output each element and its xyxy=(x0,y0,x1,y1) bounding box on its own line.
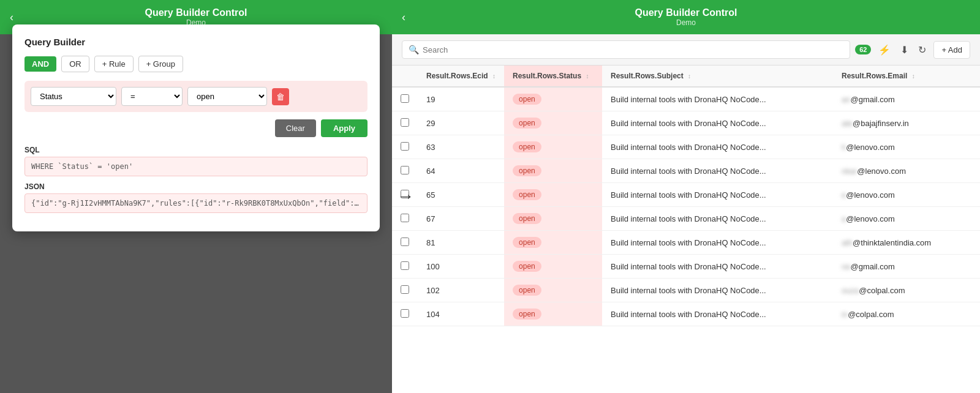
logic-row: AND OR + Rule + Group xyxy=(24,56,368,72)
table-row: 100 open Build internal tools with Drona… xyxy=(392,255,980,279)
row-email: ouza@colpal.com xyxy=(833,279,980,302)
count-badge: 62 xyxy=(855,45,871,54)
row-ecid: 19 xyxy=(418,87,504,111)
add-rule-button[interactable]: + Rule xyxy=(94,56,134,72)
row-subject: Build internal tools with DronaHQ NoCode… xyxy=(602,87,833,111)
col-email-header: Result.Rows.Email ↕ xyxy=(833,66,980,87)
row-checkbox[interactable] xyxy=(401,309,409,318)
email-domain: @gmail.com xyxy=(850,95,894,104)
email-domain: @thinktalentindia.com xyxy=(853,238,931,247)
status-badge: open xyxy=(513,118,541,129)
col-status-header: Result.Rows.Status ↕ xyxy=(504,66,602,87)
apply-button[interactable]: Apply xyxy=(321,119,368,137)
rule-row: Status = open 🗑 xyxy=(24,81,368,112)
row-email: a@lenovo.com xyxy=(833,207,980,231)
row-subject: Build internal tools with DronaHQ NoCode… xyxy=(602,111,833,135)
sql-value: WHERE `Status` = 'open' xyxy=(24,157,368,176)
table-row: 104 open Build internal tools with Drona… xyxy=(392,302,980,326)
row-checkbox-cell[interactable] xyxy=(392,135,418,159)
status-badge: open xyxy=(513,94,541,105)
refresh-icon-button[interactable]: ↻ xyxy=(916,42,929,58)
row-checkbox-cell[interactable] xyxy=(392,279,418,302)
right-title: Query Builder Control xyxy=(635,7,737,18)
table-row: 63 open Build internal tools with DronaH… xyxy=(392,135,980,159)
row-subject: Build internal tools with DronaHQ NoCode… xyxy=(602,135,833,159)
row-ecid: 64 xyxy=(418,159,504,183)
row-email: ath@thinktalentindia.com xyxy=(833,231,980,255)
search-input[interactable] xyxy=(423,45,843,54)
row-checkbox[interactable] xyxy=(401,94,409,103)
row-status: open xyxy=(504,87,602,111)
col-ecid-header: Result.Rows.Ecid ↕ xyxy=(418,66,504,87)
row-checkbox[interactable] xyxy=(401,214,409,222)
add-group-button[interactable]: + Group xyxy=(138,56,183,72)
status-badge: open xyxy=(513,141,541,152)
right-back-button[interactable]: ‹ xyxy=(402,11,405,24)
json-label: JSON xyxy=(24,182,368,191)
row-status: open xyxy=(504,159,602,183)
row-checkbox[interactable] xyxy=(401,285,409,294)
row-email: h@lenovo.com xyxy=(833,135,980,159)
sql-section: SQL WHERE `Status` = 'open' xyxy=(24,146,368,176)
json-value: {"id":"g-Rj1I2vHMMTAbNa9K7","rules":[{"i… xyxy=(24,193,368,213)
row-subject: Build internal tools with DronaHQ NoCode… xyxy=(602,159,833,183)
row-email: an@gmail.com xyxy=(833,87,980,111)
status-badge: open xyxy=(513,309,541,320)
row-checkbox-cell[interactable] xyxy=(392,255,418,279)
row-subject: Build internal tools with DronaHQ NoCode… xyxy=(602,231,833,255)
row-checkbox-cell[interactable] xyxy=(392,231,418,255)
email-domain: @colpal.com xyxy=(848,310,894,319)
row-checkbox[interactable] xyxy=(401,142,409,151)
download-icon-button[interactable]: ⬇ xyxy=(898,42,911,58)
operator-select[interactable]: = xyxy=(121,87,183,106)
row-subject: Build internal tools with DronaHQ NoCode… xyxy=(602,255,833,279)
search-box[interactable]: 🔍 xyxy=(402,40,850,59)
row-ecid: 63 xyxy=(418,135,504,159)
email-value: an xyxy=(842,95,850,104)
row-subject: Build internal tools with DronaHQ NoCode… xyxy=(602,183,833,207)
row-subject: Build internal tools with DronaHQ NoCode… xyxy=(602,302,833,326)
or-button[interactable]: OR xyxy=(61,56,89,72)
status-badge: open xyxy=(513,213,541,224)
row-checkbox-cell[interactable] xyxy=(392,87,418,111)
email-domain: @gmail.com xyxy=(850,262,894,271)
row-ecid: 104 xyxy=(418,302,504,326)
row-checkbox[interactable] xyxy=(401,238,409,246)
filter-icon-button[interactable]: ⚡ xyxy=(876,42,893,58)
search-icon: 🔍 xyxy=(409,45,419,54)
col-check-header xyxy=(392,66,418,87)
query-actions: Clear Apply xyxy=(24,119,368,137)
email-domain: @lenovo.com xyxy=(846,143,895,152)
table-row: 19 open Build internal tools with DronaH… xyxy=(392,87,980,111)
row-checkbox-cell[interactable] xyxy=(392,159,418,183)
table-row: 65 open Build internal tools with DronaH… xyxy=(392,183,980,207)
row-checkbox[interactable] xyxy=(401,261,409,270)
value-select[interactable]: open xyxy=(187,87,267,106)
row-status: open xyxy=(504,207,602,231)
right-header: ‹ Query Builder Control Demo xyxy=(392,0,980,34)
table-header-row: Result.Rows.Ecid ↕ Result.Rows.Status ↕ … xyxy=(392,66,980,87)
row-checkbox[interactable] xyxy=(401,118,409,127)
row-status: open xyxy=(504,111,602,135)
table-row: 102 open Build internal tools with Drona… xyxy=(392,279,980,302)
add-new-button[interactable]: + Add xyxy=(933,41,970,59)
row-status: open xyxy=(504,302,602,326)
status-badge: open xyxy=(513,189,541,200)
left-back-button[interactable]: ‹ xyxy=(10,11,13,24)
sql-label: SQL xyxy=(24,146,368,154)
clear-button[interactable]: Clear xyxy=(275,119,316,137)
row-checkbox-cell[interactable] xyxy=(392,111,418,135)
email-domain: @colpal.com xyxy=(859,286,905,295)
row-checkbox-cell[interactable] xyxy=(392,207,418,231)
row-ecid: 65 xyxy=(418,183,504,207)
delete-rule-button[interactable]: 🗑 xyxy=(272,88,289,105)
row-ecid: 29 xyxy=(418,111,504,135)
row-checkbox[interactable] xyxy=(401,166,409,174)
and-button[interactable]: AND xyxy=(24,56,56,72)
email-value: a xyxy=(842,214,846,223)
data-table-container: Result.Rows.Ecid ↕ Result.Rows.Status ↕ … xyxy=(392,66,980,393)
field-select[interactable]: Status xyxy=(31,87,116,106)
email-value: ouza xyxy=(842,286,859,295)
row-checkbox-cell[interactable] xyxy=(392,302,418,326)
row-email: in@colpal.com xyxy=(833,302,980,326)
